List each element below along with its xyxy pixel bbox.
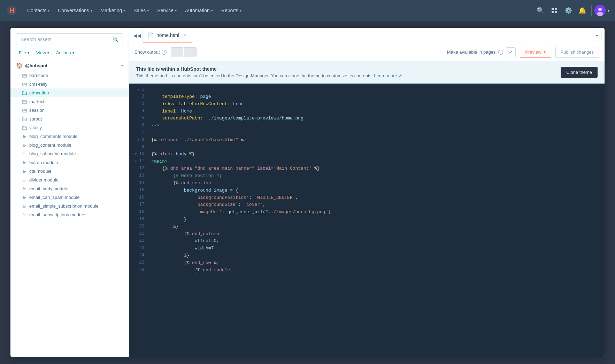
external-link-icon: ↗ <box>398 73 402 78</box>
code-line[interactable]: ▼ 1 <box>129 86 605 93</box>
code-line[interactable]: ▼ 8{% extends "./layouts/base.html" %} <box>129 137 605 144</box>
chevron-down-icon: ▾ <box>72 51 74 55</box>
tab-home-html[interactable]: 📄 home.html ✕ <box>143 28 192 43</box>
toggle-right-button[interactable] <box>184 47 197 57</box>
code-line[interactable]: 9 <box>129 144 605 151</box>
code-line[interactable]: 20 %} <box>129 223 605 231</box>
line-content: {# Hero Section #} <box>151 172 222 180</box>
sidebar-item-blog-subscribe[interactable]: blog_subscribe.module <box>10 149 129 158</box>
search-input[interactable] <box>21 37 110 42</box>
line-content: %} <box>151 223 178 231</box>
nav-contacts[interactable]: Contacts ▾ <box>24 5 53 16</box>
sidebar-item-martech[interactable]: martech <box>10 97 129 106</box>
sidebar-item-sprout[interactable]: sprout <box>10 115 129 123</box>
sidebar-item-email-simple-sub[interactable]: email_simple_subscription.module <box>10 202 129 210</box>
line-content: width=7 <box>151 245 214 252</box>
sidebar-item-cms-rally[interactable]: cms-rally <box>10 80 129 88</box>
tree-root[interactable]: 🏠 @hubspot ▾ <box>10 60 129 71</box>
chevron-down-icon: ▾ <box>91 9 92 13</box>
file-menu-button[interactable]: File ▾ <box>16 49 32 57</box>
chevron-down-icon: ▾ <box>544 49 546 55</box>
publish-button[interactable]: Publish changes <box>555 47 599 58</box>
code-line[interactable]: 21 {% dnd_column <box>129 231 605 238</box>
make-available-label: Make available in pages i ✓ <box>447 47 516 57</box>
sidebar-item-blog-comments[interactable]: blog_comments.module <box>10 132 129 141</box>
sidebar-item-email-subscriptions[interactable]: email_subscriptions.module <box>10 210 129 219</box>
code-line[interactable]: 12 {% dnd_area "dnd_area_main_banner" la… <box>129 165 605 172</box>
code-line[interactable]: 6--> <box>129 122 605 130</box>
sidebar-item-cta[interactable]: cta.module <box>10 167 129 176</box>
code-line[interactable]: ▼ 11<main> <box>129 158 605 165</box>
line-number: 4 <box>134 108 144 115</box>
code-line[interactable]: 3 isAvailableForNewContent: true <box>129 101 605 108</box>
code-line[interactable]: 2 templateType: page <box>129 93 605 101</box>
avatar-chevron-icon[interactable]: ▾ <box>608 9 609 13</box>
sidebar-item-vitality[interactable]: vitality <box>10 123 129 132</box>
folder-icon <box>22 125 27 130</box>
sidebar-item-education[interactable]: education <box>10 88 129 97</box>
nav-reports[interactable]: Reports ▾ <box>218 5 245 16</box>
code-line[interactable]: 16 'backgroundPosition': 'MIDDLE_CENTER'… <box>129 194 605 202</box>
tab-close-button[interactable]: ✕ <box>182 32 187 38</box>
clone-theme-button[interactable]: Clone theme <box>561 67 598 78</box>
sidebar-item-email-can-spam[interactable]: email_can_spam.module <box>10 193 129 202</box>
nav-automation[interactable]: Automation ▾ <box>182 5 216 16</box>
code-line[interactable]: 4 label: Home <box>129 108 605 115</box>
code-editor[interactable]: ▼ 12 templateType: page3 isAvailableForN… <box>129 84 605 357</box>
nav-conversations[interactable]: Conversations ▾ <box>54 5 96 16</box>
line-content: {% dnd_column <box>151 231 219 238</box>
svg-rect-2 <box>555 8 557 10</box>
code-line[interactable]: 24 %} <box>129 252 605 260</box>
module-icon <box>22 195 27 200</box>
sidebar-item-blog-content[interactable]: blog_content.module <box>10 141 129 149</box>
learn-more-link[interactable]: Learn more ↗ <box>374 73 402 78</box>
nav-sales[interactable]: Sales ▾ <box>130 5 152 16</box>
line-number: ▼ 1 <box>134 86 144 93</box>
code-line[interactable]: 14 {% dnd_section <box>129 180 605 187</box>
toggle-left-button[interactable] <box>171 47 183 57</box>
line-number: 9 <box>134 144 144 150</box>
code-line[interactable]: 5 screenshotPath: ../images/template-pre… <box>129 115 605 122</box>
chevron-down-icon: ▾ <box>48 9 49 13</box>
code-line[interactable]: 26 {% dnd_module <box>129 267 605 274</box>
line-content: label: Home <box>151 108 192 115</box>
search-box[interactable]: 🔍 <box>16 33 123 45</box>
code-line[interactable]: 7 <box>129 130 605 137</box>
svg-rect-3 <box>552 11 554 13</box>
code-line[interactable]: 15 background_image = { <box>129 187 605 194</box>
line-number: 13 <box>134 172 144 179</box>
make-available-checkbox[interactable]: ✓ <box>506 47 516 57</box>
search-icon[interactable]: 🔍 <box>534 4 547 17</box>
code-line[interactable]: 23 width=7 <box>129 245 605 252</box>
info-icon[interactable]: i <box>498 50 503 55</box>
actions-menu-button[interactable]: Actions ▾ <box>53 49 77 57</box>
nav-marketing[interactable]: Marketing ▾ <box>97 5 129 16</box>
code-line[interactable]: ▼ 10{% block body %} <box>129 151 605 158</box>
nav-service[interactable]: Service ▾ <box>154 5 180 16</box>
code-line[interactable]: 17 'backgroundSize': 'cover', <box>129 201 605 209</box>
line-content: 'backgroundPosition': 'MIDDLE_CENTER', <box>151 194 298 202</box>
sidebar-item-email-body[interactable]: email_body.module <box>10 184 129 193</box>
hubspot-logo[interactable] <box>6 4 18 17</box>
code-line[interactable]: 19 } <box>129 216 605 223</box>
code-line[interactable]: 18 'imageUrl': get_asset_url("../images/… <box>129 209 605 216</box>
view-menu-button[interactable]: View ▾ <box>33 49 52 57</box>
line-content: {% dnd_module <box>151 267 230 274</box>
marketplace-icon[interactable] <box>548 4 561 17</box>
tab-more-button[interactable]: ▾ <box>592 31 602 40</box>
sidebar-item-barricade[interactable]: barricade <box>10 71 129 80</box>
sidebar-item-divider[interactable]: divider.module <box>10 176 129 184</box>
code-line[interactable]: 25 {% dnd_row %} <box>129 260 605 267</box>
output-toggle[interactable] <box>171 47 197 57</box>
code-line[interactable]: 13 {# Hero Section #} <box>129 172 605 180</box>
info-icon[interactable]: i <box>162 50 167 55</box>
code-line[interactable]: 22 offset=0, <box>129 238 605 245</box>
sidebar-item-session[interactable]: session <box>10 106 129 115</box>
notifications-icon[interactable]: 🔔 <box>576 4 589 17</box>
avatar[interactable] <box>594 5 606 16</box>
sidebar-item-button[interactable]: button.module <box>10 158 129 167</box>
theme-notice-title: This file is within a HubSpot theme <box>136 66 556 72</box>
preview-button[interactable]: Preview ▾ <box>520 47 551 58</box>
collapse-sidebar-button[interactable]: ◀◀ <box>132 30 143 41</box>
settings-icon[interactable]: ⚙️ <box>562 4 575 17</box>
